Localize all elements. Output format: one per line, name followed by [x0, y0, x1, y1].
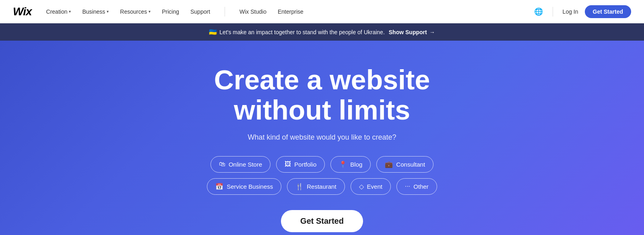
type-btn-consultant[interactable]: 💼 Consultant: [376, 156, 433, 173]
nav-wix-studio[interactable]: Wix Studio: [239, 8, 266, 15]
restaurant-label: Restaurant: [307, 183, 336, 190]
nav-support[interactable]: Support: [190, 8, 210, 15]
hero-title-line2: without limits: [234, 95, 410, 125]
type-btn-portfolio[interactable]: 🖼 Portfolio: [276, 156, 325, 173]
blog-icon: 📍: [339, 161, 347, 168]
nav-resources[interactable]: Resources ▾: [120, 8, 151, 15]
nav-creation-chevron: ▾: [69, 9, 71, 14]
login-link[interactable]: Log In: [563, 8, 578, 15]
nav-right: 🌐 Log In Get Started: [534, 5, 631, 18]
nav-wix-studio-label: Wix Studio: [239, 8, 266, 15]
nav-resources-label: Resources: [120, 8, 147, 15]
type-btn-blog[interactable]: 📍 Blog: [330, 156, 371, 173]
type-btn-event[interactable]: ◇ Event: [351, 178, 391, 195]
nav-pricing[interactable]: Pricing: [162, 8, 179, 15]
type-btn-restaurant[interactable]: 🍴 Restaurant: [287, 178, 345, 195]
cta-section: Get Started Try Wix. No credit card requ…: [281, 210, 363, 235]
service-business-label: Service Business: [227, 183, 273, 190]
website-type-row-2: 📅 Service Business 🍴 Restaurant ◇ Event …: [207, 178, 437, 195]
type-btn-other[interactable]: ··· Other: [396, 178, 437, 195]
event-label: Event: [367, 183, 382, 190]
nav-enterprise-label: Enterprise: [278, 8, 303, 15]
online-store-icon: 🛍: [219, 161, 225, 168]
nav-creation[interactable]: Creation ▾: [46, 8, 71, 15]
banner-show-support-link[interactable]: Show Support: [389, 29, 427, 35]
consultant-icon: 💼: [385, 161, 393, 168]
online-store-label: Online Store: [229, 161, 262, 168]
navbar: Wix Creation ▾ Business ▾ Resources ▾ Pr…: [0, 0, 644, 23]
nav-enterprise[interactable]: Enterprise: [278, 8, 303, 15]
nav-business[interactable]: Business ▾: [82, 8, 109, 15]
service-business-icon: 📅: [215, 183, 223, 190]
globe-icon[interactable]: 🌐: [534, 7, 543, 16]
hero-get-started-button[interactable]: Get Started: [281, 210, 363, 232]
restaurant-icon: 🍴: [295, 183, 303, 190]
nav-pricing-label: Pricing: [162, 8, 179, 15]
nav-resources-chevron: ▾: [149, 9, 151, 14]
hero-title: Create a website without limits: [214, 65, 430, 125]
event-icon: ◇: [359, 183, 364, 190]
banner-text: Let's make an impact together to stand w…: [219, 29, 384, 35]
nav-get-started-button[interactable]: Get Started: [585, 5, 631, 18]
other-icon: ···: [405, 183, 410, 190]
nav-business-chevron: ▾: [107, 9, 109, 14]
nav-business-label: Business: [82, 8, 105, 15]
website-type-row-1: 🛍 Online Store 🖼 Portfolio 📍 Blog 💼 Cons…: [211, 156, 433, 173]
type-btn-service-business[interactable]: 📅 Service Business: [207, 178, 281, 195]
consultant-label: Consultant: [396, 161, 425, 168]
nav-creation-label: Creation: [46, 8, 68, 15]
nav-right-divider: [553, 7, 553, 16]
ukraine-flag-icon: 🇺🇦: [209, 28, 217, 36]
blog-label: Blog: [350, 161, 362, 168]
hero-subtitle: What kind of website would you like to c…: [248, 133, 396, 142]
banner-arrow-icon: →: [429, 29, 435, 35]
nav-support-label: Support: [190, 8, 210, 15]
nav-links: Creation ▾ Business ▾ Resources ▾ Pricin…: [46, 7, 534, 16]
hero-title-line1: Create a website: [214, 64, 430, 95]
nav-divider: [225, 7, 225, 16]
ukraine-banner: 🇺🇦 Let's make an impact together to stan…: [0, 23, 644, 41]
portfolio-label: Portfolio: [294, 161, 316, 168]
hero-section: Create a website without limits What kin…: [0, 41, 644, 235]
portfolio-icon: 🖼: [285, 161, 291, 168]
wix-logo[interactable]: Wix: [13, 5, 32, 18]
other-label: Other: [413, 183, 429, 190]
type-btn-online-store[interactable]: 🛍 Online Store: [211, 156, 270, 173]
